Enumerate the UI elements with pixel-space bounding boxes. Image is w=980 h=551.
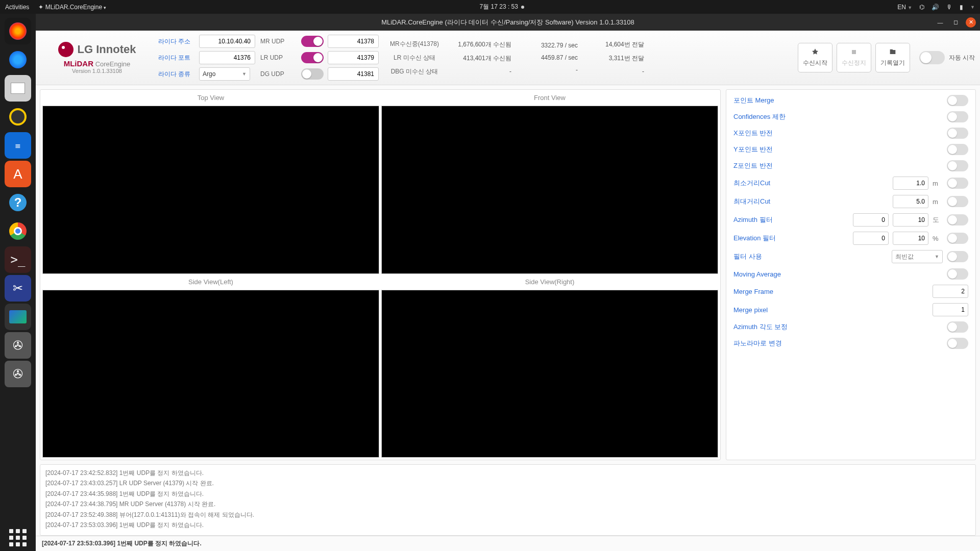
- point-merge-toggle[interactable]: [947, 95, 968, 106]
- status-text: [2024-07-17 23:53:03.396] 1번째 UDP를 정지 하였…: [42, 539, 202, 548]
- panorama-toggle[interactable]: [947, 338, 968, 349]
- side-right-canvas[interactable]: [381, 290, 718, 458]
- stat-dbg-rate: -: [517, 66, 578, 73]
- writer-icon: ≣: [15, 141, 21, 149]
- firefox-icon: [9, 22, 27, 40]
- dock-rhythmbox[interactable]: [5, 104, 31, 130]
- start-icon: [811, 48, 819, 56]
- lidar-type-select[interactable]: Argo▼: [199, 67, 250, 81]
- elevation-filter-toggle[interactable]: [947, 233, 968, 244]
- y-invert-toggle[interactable]: [947, 144, 968, 155]
- dg-udp-toggle[interactable]: [301, 68, 324, 80]
- merge-frame-input[interactable]: [933, 285, 968, 298]
- side-right-title: Side View(Right): [381, 276, 718, 288]
- dock-writer[interactable]: ≣: [5, 132, 31, 159]
- help-icon: ?: [9, 194, 27, 211]
- lr-udp-port-input[interactable]: [328, 51, 379, 64]
- side-left-canvas[interactable]: [42, 290, 379, 458]
- dock-usb-2[interactable]: ✇: [5, 361, 31, 387]
- azimuth-min-input[interactable]: [853, 213, 889, 227]
- volume-icon[interactable]: 🔊: [932, 4, 939, 11]
- usb-icon: ✇: [13, 338, 23, 353]
- rhythmbox-icon: [9, 108, 27, 126]
- thunderbird-icon: [9, 51, 27, 68]
- window-maximize-button[interactable]: ◻: [950, 17, 961, 28]
- front-view-canvas[interactable]: [381, 106, 718, 274]
- dock-usb-1[interactable]: ✇: [5, 332, 31, 359]
- log-box[interactable]: [2024-07-17 23:42:52.832] 1번째 UDP를 정지 하였…: [40, 464, 976, 536]
- dock-software[interactable]: A: [5, 161, 31, 187]
- merge-pixel-input[interactable]: [933, 303, 968, 316]
- z-invert-label: Z포인트 반전: [733, 161, 943, 170]
- dock-firefox[interactable]: [5, 18, 31, 44]
- dock-screenshot[interactable]: ✂: [5, 275, 31, 302]
- window-close-button[interactable]: ✕: [966, 17, 976, 28]
- azimuth-filter-toggle[interactable]: [947, 214, 968, 226]
- x-invert-toggle[interactable]: [947, 128, 968, 139]
- z-invert-toggle[interactable]: [947, 160, 968, 171]
- filter-use-toggle[interactable]: [947, 251, 968, 262]
- confidence-toggle[interactable]: [947, 111, 968, 122]
- open-record-button[interactable]: 기록열기: [875, 43, 910, 72]
- svg-rect-0: [852, 50, 856, 54]
- dock-chrome[interactable]: [5, 218, 31, 244]
- dock-terminal[interactable]: >_: [5, 246, 31, 273]
- lr-udp-toggle[interactable]: [301, 52, 324, 63]
- mr-udp-label: MR UDP: [260, 38, 297, 45]
- receive-start-label: 수신시작: [803, 59, 827, 67]
- lidar-address-label: 라이다 주소: [158, 37, 195, 46]
- clock[interactable]: 7월 17 23 : 53: [106, 3, 897, 11]
- files-icon: [11, 83, 25, 94]
- moving-average-toggle[interactable]: [947, 268, 968, 280]
- mlidar-app-icon: [9, 310, 27, 323]
- network-icon[interactable]: ⌬: [919, 4, 924, 11]
- log-line: [2024-07-17 23:52:49.388] 뷰어(127.0.0.1:4…: [45, 510, 970, 520]
- stat-lr-label: LR 미수신 상태: [384, 54, 445, 62]
- receive-stop-label: 수신정지: [842, 59, 866, 67]
- dock-files[interactable]: [5, 75, 31, 102]
- logo-block: LG Innotek MLiDAR CoreEngine Version 1.0…: [41, 42, 153, 74]
- window-title: MLiDAR.CoreEngine (라이다 데이터 수신/Parsing/저장…: [36, 18, 980, 27]
- gnome-topbar: Activities ✦ MLiDAR.CoreEngine 7월 17 23 …: [0, 0, 980, 14]
- azimuth-max-input[interactable]: [893, 213, 928, 227]
- dock-show-apps[interactable]: [5, 524, 31, 551]
- dg-udp-port-input[interactable]: [328, 67, 379, 81]
- dock-help[interactable]: ?: [5, 189, 31, 216]
- mic-icon[interactable]: 🎙: [946, 4, 952, 11]
- azimuth-correction-toggle[interactable]: [947, 321, 968, 333]
- system-menu-icon[interactable]: ▼: [970, 5, 975, 10]
- mr-udp-port-input[interactable]: [328, 35, 379, 48]
- auto-start-toggle[interactable]: [919, 51, 945, 64]
- lidar-port-input[interactable]: [199, 51, 255, 64]
- mr-udp-toggle[interactable]: [301, 36, 324, 47]
- elevation-min-input[interactable]: [853, 232, 889, 245]
- apps-grid-icon: [9, 529, 27, 546]
- appmenu-button[interactable]: ✦ MLiDAR.CoreEngine: [38, 4, 106, 11]
- lr-udp-label: LR UDP: [260, 54, 297, 61]
- lidar-port-label: 라이다 포트: [158, 54, 195, 62]
- main-area: Top View Front View Side View(Left) Side…: [36, 85, 980, 464]
- lidar-address-input[interactable]: [199, 35, 255, 48]
- receive-start-button[interactable]: 수신시작: [798, 43, 832, 72]
- window-minimize-button[interactable]: —: [935, 17, 945, 28]
- top-view-canvas[interactable]: [42, 106, 379, 274]
- lidar-type-label: 라이다 종류: [158, 70, 195, 79]
- max-cut-input[interactable]: [893, 195, 928, 208]
- dock-mlidar-app[interactable]: [5, 304, 31, 330]
- max-cut-toggle[interactable]: [947, 196, 968, 207]
- activities-button[interactable]: Activities: [5, 4, 29, 11]
- ribbon: LG Innotek MLiDAR CoreEngine Version 1.0…: [36, 31, 980, 85]
- lang-indicator[interactable]: EN ▼: [897, 4, 912, 11]
- min-cut-toggle[interactable]: [947, 178, 968, 189]
- dock-thunderbird[interactable]: [5, 46, 31, 73]
- min-cut-label: 최소거리Cut: [733, 179, 889, 188]
- merge-pixel-label: Merge pixel: [733, 306, 928, 314]
- elevation-max-input[interactable]: [893, 232, 928, 245]
- filter-use-select[interactable]: 최빈값▼: [892, 250, 943, 263]
- log-line: [2024-07-17 23:42:52.832] 1번째 UDP를 정지 하였…: [45, 468, 970, 478]
- lg-logo-icon: [58, 42, 74, 57]
- battery-icon[interactable]: ▮: [960, 4, 963, 11]
- min-cut-input[interactable]: [893, 177, 928, 190]
- stats-recv-col: 1,676,600개 수신됨 413,401개 수신됨 -: [450, 40, 511, 75]
- receive-stop-button[interactable]: 수신정지: [837, 43, 871, 72]
